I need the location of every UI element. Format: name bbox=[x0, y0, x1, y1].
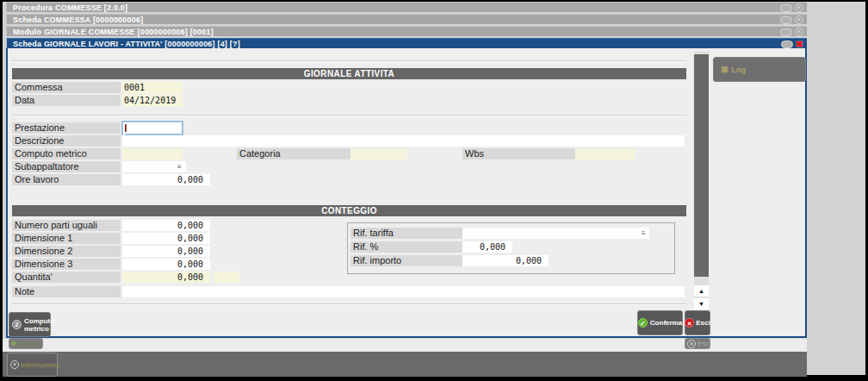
esci-button[interactable]: ✕ Esci bbox=[685, 310, 710, 335]
ore-lavoro-label: Ore lavoro bbox=[12, 174, 121, 185]
section-header-conteggio: CONTEGGIO bbox=[12, 205, 686, 216]
window-bar-modulo-giornale[interactable]: Modulo GIORNALE COMMESSE [0000000006] [0… bbox=[6, 26, 807, 36]
divider bbox=[12, 115, 686, 116]
divider bbox=[12, 303, 686, 305]
wbs-field[interactable] bbox=[575, 148, 635, 159]
conferma-button-label: Conferma bbox=[650, 319, 682, 327]
computo-metrico-label: Computo metrico bbox=[12, 148, 121, 159]
esci-button-label: Esci bbox=[696, 319, 710, 327]
descrizione-label: Descrizione bbox=[12, 135, 121, 147]
close-x-icon: ✕ bbox=[687, 340, 696, 348]
window-bar-scheda-commessa[interactable]: Scheda COMMESSA [0000000006] ✕ bbox=[6, 14, 807, 24]
minimize-icon[interactable] bbox=[781, 41, 793, 48]
window-controls: ✕ bbox=[780, 16, 803, 24]
note-field[interactable] bbox=[122, 286, 685, 297]
nuovo-button-occluded: ✚ Nuovo bbox=[9, 338, 43, 349]
window-title: Procedura COMMESSE [2.0.0] bbox=[7, 3, 127, 13]
categoria-field[interactable] bbox=[350, 148, 407, 159]
application-screen: Procedura COMMESSE [2.0.0] ✕ Scheda COMM… bbox=[0, 0, 868, 381]
minimize-icon[interactable] bbox=[780, 16, 792, 24]
rif-percent-field[interactable]: 0,000 bbox=[462, 241, 512, 253]
lookup-menu-icon[interactable]: ≡ bbox=[177, 164, 182, 171]
conferma-button[interactable]: ✓ Conferma bbox=[637, 310, 683, 335]
log-button-label: Log bbox=[732, 66, 747, 74]
esci-button-occluded: ✕ Esci bbox=[685, 338, 710, 349]
subappaltatore-label: Subappaltatore bbox=[12, 161, 121, 172]
dimensione1-field[interactable]: 0,000 bbox=[122, 233, 210, 244]
dimensione3-label: Dimensione 3 bbox=[12, 259, 121, 270]
prestazione-label: Prestazione bbox=[12, 122, 121, 134]
wbs-label: Wbs bbox=[462, 148, 575, 159]
section-header-giornale-attivita: GIORNALE ATTIVITA bbox=[12, 68, 686, 79]
note-label: Note bbox=[12, 286, 121, 297]
interruzione-button-label: Interruzione bbox=[21, 361, 60, 369]
commessa-label: Commessa bbox=[12, 82, 121, 93]
close-icon[interactable]: ✕ bbox=[795, 16, 803, 24]
log-icon: ▣ bbox=[721, 66, 728, 73]
dimensione1-label: Dimensione 1 bbox=[12, 233, 121, 244]
computo-metrico-button-label: Computo metrico bbox=[24, 317, 54, 333]
commessa-field[interactable]: 0001 bbox=[122, 82, 183, 94]
descrizione-field[interactable] bbox=[122, 135, 685, 147]
window-title: Scheda COMMESSA [0000000006] bbox=[7, 15, 143, 25]
data-field[interactable]: 04/12/2019 bbox=[122, 95, 183, 107]
close-icon[interactable]: ✕ bbox=[795, 3, 803, 12]
window-controls: ✕ bbox=[780, 28, 803, 36]
computo-metrico-button[interactable]: 2 Computo metrico bbox=[9, 312, 51, 337]
check-icon: ✓ bbox=[638, 318, 648, 328]
close-x-icon: ✕ bbox=[685, 318, 694, 328]
log-button[interactable]: ▣ Log bbox=[713, 57, 806, 82]
numero-parti-label: Numero parti uguali bbox=[12, 220, 121, 231]
bottom-toolbar bbox=[3, 352, 807, 377]
scroll-down-icon[interactable]: ▼ bbox=[694, 298, 709, 309]
categoria-label: Categoria bbox=[237, 148, 350, 159]
prestazione-field-focused[interactable] bbox=[121, 121, 183, 135]
scroll-up-icon[interactable]: ▲ bbox=[694, 285, 709, 297]
rif-tariffa-label: Rif. tariffa bbox=[350, 228, 462, 239]
quantita-label: Quantita' bbox=[12, 272, 121, 283]
rif-tariffa-field[interactable] bbox=[462, 228, 649, 239]
dimensione2-field[interactable]: 0,000 bbox=[122, 246, 210, 257]
window-controls: ✕ bbox=[780, 3, 803, 12]
interruzione-button[interactable]: ✕ Interruzione bbox=[7, 353, 58, 377]
rif-percent-label: Rif. % bbox=[350, 241, 462, 253]
dimensione3-field[interactable]: 0,000 bbox=[122, 259, 210, 270]
nuovo-button-label: Nuovo bbox=[18, 340, 40, 347]
window-title: Modulo GIORNALE COMMESSE [0000000006] [0… bbox=[7, 27, 214, 37]
window-bar-procedura-commesse[interactable]: Procedura COMMESSE [2.0.0] ✕ bbox=[6, 2, 807, 12]
close-icon[interactable]: ✕ bbox=[795, 28, 803, 36]
plus-icon: ✚ bbox=[11, 340, 16, 347]
shortcut-2-icon: 2 bbox=[12, 320, 22, 329]
interrupt-x-icon: ✕ bbox=[10, 360, 19, 369]
minimize-icon[interactable] bbox=[780, 28, 792, 36]
divider bbox=[12, 60, 686, 62]
data-label: Data bbox=[12, 95, 121, 106]
dimensione2-label: Dimensione 2 bbox=[12, 246, 121, 257]
subappaltatore-field[interactable] bbox=[122, 161, 186, 172]
ore-lavoro-field[interactable]: 0,000 bbox=[122, 174, 210, 185]
quantita-field[interactable]: 0,000 bbox=[122, 272, 210, 283]
rif-importo-label: Rif. importo bbox=[350, 255, 462, 266]
rif-importo-field[interactable]: 0,000 bbox=[462, 255, 549, 266]
lookup-menu-icon[interactable]: ≡ bbox=[642, 230, 646, 237]
numero-parti-field[interactable]: 0,000 bbox=[122, 220, 210, 231]
computo-metrico-field[interactable] bbox=[122, 148, 183, 159]
minimize-icon[interactable] bbox=[780, 4, 792, 12]
scrollbar-thumb[interactable] bbox=[694, 54, 709, 277]
text-caret bbox=[125, 124, 127, 132]
quantita-unit-field[interactable] bbox=[214, 272, 239, 283]
esci-occluded-label: Esci bbox=[698, 340, 710, 347]
